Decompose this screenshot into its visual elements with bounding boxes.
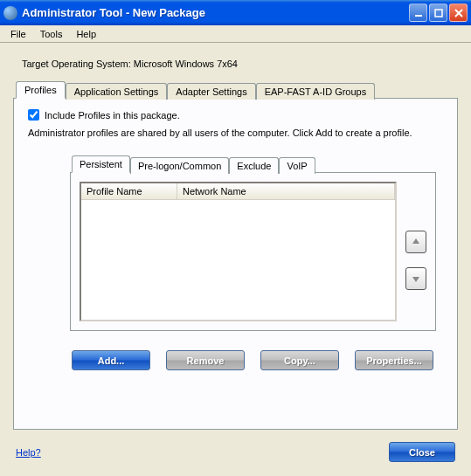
menu-help[interactable]: Help [69, 27, 103, 41]
help-link[interactable]: Help? [16, 447, 41, 458]
include-profiles-row: Include Profiles in this package. [28, 109, 447, 121]
content-area: Target Operating System: Microsoft Windo… [0, 43, 471, 476]
svg-rect-0 [415, 15, 422, 17]
bottom-row: Help? Close [16, 442, 455, 462]
profile-category-tabs: Persistent Pre-logon/Common Exclude VoIP [72, 155, 447, 172]
add-button[interactable]: Add... [72, 350, 150, 370]
tab-body: Include Profiles in this package. Admini… [13, 98, 458, 430]
move-down-button[interactable] [405, 267, 426, 290]
move-up-button[interactable] [405, 231, 426, 253]
maximize-button[interactable] [429, 3, 447, 22]
menu-tools[interactable]: Tools [33, 27, 70, 41]
copy-button[interactable]: Copy... [260, 350, 339, 370]
svg-rect-1 [435, 10, 442, 17]
window-controls [409, 3, 468, 22]
window-title: Administrator Tool - New Package [22, 6, 409, 19]
minimize-button[interactable] [409, 3, 427, 22]
include-profiles-checkbox[interactable] [28, 109, 39, 121]
menu-bar: File Tools Help [0, 25, 471, 43]
list-area: Profile Name Network Name [80, 182, 426, 321]
tab-profiles[interactable]: Profiles [16, 81, 66, 99]
target-os-label: Target Operating System: Microsoft Windo… [22, 59, 458, 69]
tab-voip[interactable]: VoIP [279, 157, 315, 174]
properties-button[interactable]: Properties... [355, 350, 433, 370]
remove-button[interactable]: Remove [166, 350, 245, 370]
list-header: Profile Name Network Name [81, 183, 395, 200]
close-window-button[interactable] [449, 3, 468, 22]
tab-exclude[interactable]: Exclude [229, 157, 279, 174]
profile-list-panel: Profile Name Network Name [70, 172, 436, 331]
menu-file[interactable]: File [3, 27, 33, 41]
main-tabs: Profiles Application Settings Adapter Se… [16, 81, 458, 98]
profile-list[interactable]: Profile Name Network Name [80, 182, 397, 321]
title-bar: Administrator Tool - New Package [0, 0, 471, 25]
include-profiles-label: Include Profiles in this package. [45, 110, 180, 121]
tab-persistent[interactable]: Persistent [72, 155, 130, 173]
column-network-name[interactable]: Network Name [177, 183, 395, 199]
tab-eap-fast-groups[interactable]: EAP-FAST A-ID Groups [256, 83, 376, 100]
reorder-buttons [405, 182, 426, 321]
column-profile-name[interactable]: Profile Name [81, 183, 177, 199]
tab-prelogon[interactable]: Pre-logon/Common [130, 157, 229, 174]
close-button[interactable]: Close [389, 442, 455, 462]
app-icon [3, 6, 17, 20]
description-text: Administrator profiles are shared by all… [28, 128, 447, 138]
tab-adapter-settings[interactable]: Adapter Settings [167, 83, 255, 100]
action-buttons: Add... Remove Copy... Properties... [72, 350, 447, 370]
tab-application-settings[interactable]: Application Settings [66, 83, 168, 100]
